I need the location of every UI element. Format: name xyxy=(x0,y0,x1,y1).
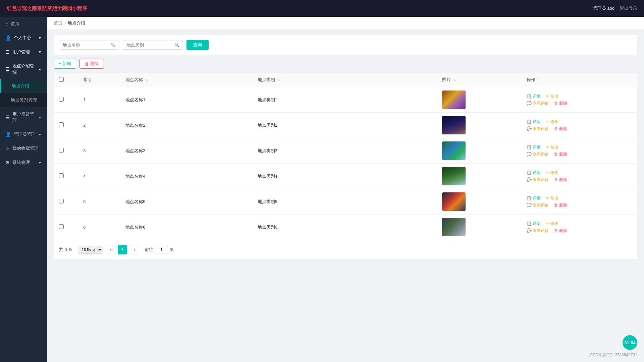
row-checkbox-col xyxy=(54,113,78,138)
row-checkbox-5[interactable] xyxy=(59,199,64,203)
menu-icon3: ☰ xyxy=(5,115,10,120)
row-name-4: 地点名称4 xyxy=(120,164,252,189)
select-all-checkbox[interactable] xyxy=(59,77,64,82)
delete-btn-5[interactable]: 🗑 删除 xyxy=(554,202,567,208)
per-page-select[interactable]: 10条/页 20条/页 50条/页 xyxy=(78,246,103,254)
detail-btn-1[interactable]: 📋 详情 xyxy=(527,94,541,99)
comment-btn-6[interactable]: 💬 查看评价 xyxy=(527,228,549,234)
row-name-1: 地点名称1 xyxy=(120,87,252,113)
comment-btn-2[interactable]: 💬 查看评价 xyxy=(527,126,549,132)
row-actions-4: 📋 详情 ✏ 修改 💬 查看评价 🗑 删除 xyxy=(521,164,637,189)
breadcrumb-sep: › xyxy=(64,21,66,26)
sidebar-item-location-cat[interactable]: 地点类别管理 xyxy=(0,93,47,107)
page-goto: 前往 页 xyxy=(145,246,174,253)
logout-btn[interactable]: 退出登录 xyxy=(620,5,637,11)
row-category-2: 地点类别2 xyxy=(252,113,437,138)
row-photo-6 xyxy=(437,215,521,240)
row-actions-2: 📋 详情 ✏ 修改 💬 查看评价 🗑 删除 xyxy=(521,113,637,138)
chevron-down-icon4: ▼ xyxy=(38,133,42,136)
comment-btn-1[interactable]: 💬 查看评价 xyxy=(527,101,549,106)
total-count: 共 6 条 xyxy=(59,247,72,253)
search-button[interactable]: 查询 xyxy=(186,40,209,50)
row-checkbox-3[interactable] xyxy=(59,148,64,153)
edit-icon: ✏ xyxy=(546,145,549,149)
row-category-1: 地点类别1 xyxy=(252,87,437,113)
detail-icon: 📋 xyxy=(527,221,532,226)
delete-btn-3[interactable]: 🗑 删除 xyxy=(554,152,567,157)
name-filter-input[interactable]: 🔍 xyxy=(59,41,119,50)
prev-page-btn[interactable]: ‹ xyxy=(106,245,115,254)
edit-btn-3[interactable]: ✏ 修改 xyxy=(546,144,558,150)
row-checkbox-col xyxy=(54,215,78,240)
row-checkbox-4[interactable] xyxy=(59,173,64,178)
sort-cat-icon: ⇅ xyxy=(277,78,280,82)
sidebar-item-sys-mgmt[interactable]: ⚙ 系统管理 ▼ xyxy=(0,156,47,170)
detail-btn-4[interactable]: 📋 详情 xyxy=(527,170,541,176)
delete-btn-1[interactable]: 🗑 删除 xyxy=(554,101,567,106)
edit-btn-6[interactable]: ✏ 修改 xyxy=(546,221,558,227)
delete-btn-6[interactable]: 🗑 删除 xyxy=(554,228,567,234)
detail-btn-2[interactable]: 📋 详情 xyxy=(527,119,541,125)
comment-btn-5[interactable]: 💬 查看评价 xyxy=(527,202,549,208)
comment-btn-3[interactable]: 💬 查看评价 xyxy=(527,152,549,157)
col-category[interactable]: 地点类别 ⇅ xyxy=(252,73,437,87)
chevron-right-icon: › xyxy=(134,247,135,252)
app-title: 红色导览之南京航空烈士陵园小程序 xyxy=(7,5,87,12)
trash-icon-3: 🗑 xyxy=(554,152,558,157)
sidebar-item-feedback-mgmt[interactable]: ☰ 用户反馈管理 ▼ xyxy=(0,107,47,127)
name-search-field[interactable] xyxy=(63,43,109,48)
batch-delete-button[interactable]: 🗑 删除 xyxy=(79,59,104,69)
breadcrumb-home[interactable]: 首页 xyxy=(54,20,62,26)
goto-input[interactable] xyxy=(155,246,168,253)
table-row: 4 地点名称4 地点类别4 📋 详情 ✏ 修改 💬 查看评价 xyxy=(54,164,637,189)
sidebar-item-location-intro[interactable]: 地点介绍 xyxy=(0,79,47,93)
edit-btn-4[interactable]: ✏ 修改 xyxy=(546,170,558,176)
add-button[interactable]: + 新增 xyxy=(54,59,76,69)
category-filter-input[interactable]: 🔍 xyxy=(123,41,183,50)
row-category-3: 地点类别3 xyxy=(252,138,437,164)
sidebar-item-personal[interactable]: 👤 个人中心 ▼ xyxy=(0,31,47,45)
detail-btn-6[interactable]: 📋 详情 xyxy=(527,221,541,227)
edit-btn-2[interactable]: ✏ 修改 xyxy=(546,119,558,125)
detail-btn-3[interactable]: 📋 详情 xyxy=(527,144,541,150)
row-checkbox-2[interactable] xyxy=(59,122,64,127)
edit-icon: ✏ xyxy=(546,196,549,200)
edit-btn-1[interactable]: ✏ 修改 xyxy=(546,94,558,99)
row-index-3: 3 xyxy=(78,138,120,164)
sidebar-item-location-mgmt[interactable]: ☰ 地点介绍管理 ▲ xyxy=(0,59,47,79)
row-actions-5: 📋 详情 ✏ 修改 💬 查看评价 🗑 删除 xyxy=(521,189,637,215)
comment-btn-4[interactable]: 💬 查看评价 xyxy=(527,177,549,183)
delete-btn-4[interactable]: 🗑 删除 xyxy=(554,177,567,183)
detail-btn-5[interactable]: 📋 详情 xyxy=(527,195,541,201)
trash-icon: 🗑 xyxy=(85,61,89,66)
menu-icon2: ☰ xyxy=(5,66,10,72)
edit-icon: ✏ xyxy=(546,119,549,124)
category-search-field[interactable] xyxy=(126,43,173,48)
sidebar-item-home[interactable]: ⌂ 首页 xyxy=(0,17,47,31)
col-name[interactable]: 地点名称 ⇅ xyxy=(120,73,252,87)
sidebar-item-admin-mgmt[interactable]: 👤 管理员管理 ▼ xyxy=(0,127,47,141)
edit-btn-5[interactable]: ✏ 修改 xyxy=(546,195,558,201)
trash-icon-5: 🗑 xyxy=(554,203,558,207)
edit-icon: ✏ xyxy=(546,221,549,226)
sidebar-label-location-mgmt: 地点介绍管理 xyxy=(12,63,36,75)
edit-icon: ✏ xyxy=(546,170,549,175)
trash-icon-4: 🗑 xyxy=(554,177,558,182)
comment-icon: 💬 xyxy=(527,203,532,207)
col-photo[interactable]: 照片 ⇅ xyxy=(437,73,521,87)
sidebar-item-fav-mgmt[interactable]: ☆ 我的收藏管理 xyxy=(0,141,47,156)
next-page-btn[interactable]: › xyxy=(130,245,139,254)
delete-btn-2[interactable]: 🗑 删除 xyxy=(554,126,567,132)
row-index-2: 2 xyxy=(78,113,120,138)
row-checkbox-6[interactable] xyxy=(59,224,64,229)
row-name-3: 地点名称3 xyxy=(120,138,252,164)
sidebar-item-user-mgmt[interactable]: ☰ 用户管理 ▼ xyxy=(0,45,47,59)
row-photo-5 xyxy=(437,189,521,215)
table-row: 3 地点名称3 地点类别3 📋 详情 ✏ 修改 💬 查看评价 xyxy=(54,138,637,164)
row-checkbox-1[interactable] xyxy=(59,97,64,102)
sidebar-label-home: 首页 xyxy=(11,21,19,27)
row-photo-3 xyxy=(437,138,521,164)
page-1-btn[interactable]: 1 xyxy=(118,245,127,254)
table-row: 1 地点名称1 地点类别1 📋 详情 ✏ 修改 💬 查看评价 xyxy=(54,87,637,113)
detail-icon: 📋 xyxy=(527,145,532,149)
